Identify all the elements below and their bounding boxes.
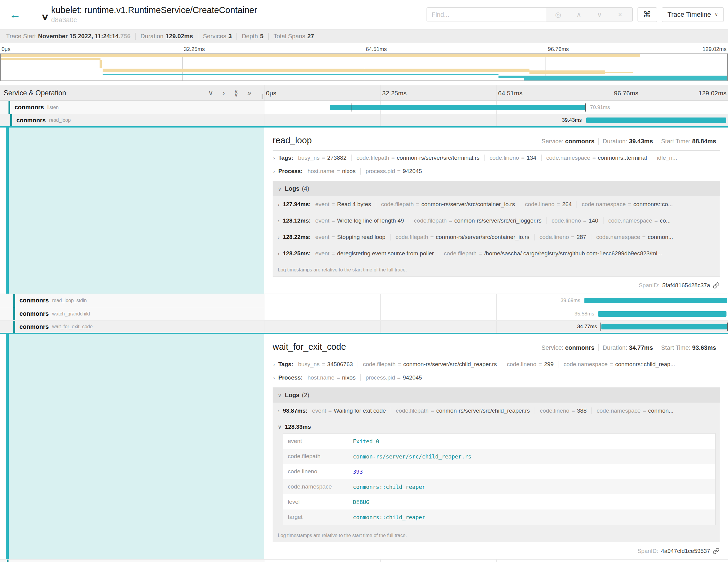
meta-depth: Depth5 [236,33,268,40]
tags-row[interactable]: › Tags: busy_ns=34506763code.filepath=co… [273,358,720,371]
minimap-tick: 0μs [2,46,10,53]
tags-label: Tags: [278,155,293,161]
service-operation-title: Service & Operation [0,89,66,97]
process-chips: host.name=nixosprocess.pid=942045 [308,168,427,175]
span-bar[interactable] [586,118,726,123]
gridline [380,114,381,126]
span-row-wait-for-exit-code[interactable]: conmonrs wait_for_exit_code 34.77ms [0,321,728,334]
find-next-icon[interactable]: ∨ [589,11,610,19]
span-timeline-cell: 39.69ms [264,294,728,307]
span-bar[interactable] [584,298,727,303]
kv-chip: code.namespace=conmon... [591,234,678,240]
collapse-all-icon[interactable]: ∨∨ [234,90,238,96]
timeline-header: Service & Operation ∨ › ∨∨ » 0μs 32.25ms… [0,85,728,101]
span-row-read-loop-stdin[interactable]: conmonrs read_loop_stdin 39.69ms [0,294,728,307]
log-timestamp: 93.87ms: [283,407,308,414]
logs-header[interactable]: ∨ Logs (4) [273,181,720,196]
minimap-tick: 64.51ms [366,46,387,53]
divider [273,357,720,357]
gridline [496,114,497,126]
logs-note: Log timestamps are relative to the start… [273,262,720,276]
trace-title: kubelet: runtime.v1.RuntimeService/Creat… [51,5,257,15]
chevron-right-icon: › [278,202,280,208]
find-target-icon[interactable]: ◎ [548,11,569,19]
logs-header[interactable]: ∨ Logs (2) [273,388,720,403]
chevron-right-icon: › [273,362,275,368]
log-field-row: code.namespaceconmonrs::child_reaper [283,479,716,494]
minimap-canvas[interactable] [0,53,728,81]
tags-row[interactable]: › Tags: busy_ns=273882code.filepath=conm… [273,151,720,165]
trace-timeline-page: ← ∨ kubelet: runtime.v1.RuntimeService/C… [0,0,728,562]
minimap-span-bar [1,58,100,60]
kv-chip: event=Stopping read loop [315,234,390,240]
ruler-tick: 96.76ms [614,90,638,97]
span-timeline-cell: 303μs [264,560,728,562]
kv-chip: process.pid=942045 [360,374,427,381]
spanid-value: 5faf48165428c37a [662,282,710,289]
tags-chips: busy_ns=273882code.filepath=conmon-rs/se… [298,155,682,161]
gridline [496,307,497,320]
log-entry[interactable]: › 128.22ms: event=Stopping read loopcode… [273,229,720,245]
span-bar[interactable] [598,311,726,317]
span-marker [600,323,601,331]
detail-indent-fill [6,334,264,559]
gridline [496,294,497,307]
log-timestamp: 128.33ms [285,424,311,430]
span-service: conmonrs [19,310,49,317]
logs-count: (4) [302,185,309,192]
minimap-gridline [364,54,364,80]
expand-all-icon[interactable]: » [247,89,251,97]
span-bar[interactable] [330,105,585,110]
collapse-one-icon[interactable]: ∨ [208,89,213,97]
gridline [380,560,381,562]
meta-trace-start: Trace StartNovember 15 2022, 11:24:14.75… [1,33,135,40]
link-icon[interactable] [713,548,719,554]
keyboard-shortcuts-button[interactable]: ⌘ [638,7,657,22]
process-row[interactable]: › Process: host.name=nixosprocess.pid=94… [273,165,720,178]
column-resize-handle[interactable] [261,94,263,99]
log-entry[interactable]: › 127.94ms: event=Read 4 bytescode.filep… [273,196,720,213]
view-selector-button[interactable]: Trace Timeline ∨ [662,7,724,22]
minimap-gridline [182,54,183,80]
divider [273,150,720,151]
logs-label: Logs [285,185,299,192]
log-entry[interactable]: › 128.25ms: event=deregistering event so… [273,245,720,262]
log-field-row: code.filepathconmon-rs/server/src/child_… [283,449,716,464]
kv-chip: code.filepath=conmon-rs/server/src/conta… [390,234,534,240]
kv-chip: code.filepath=conmon-rs/server/src/cri_l… [409,217,546,224]
span-row-read-loop[interactable]: conmonrs read_loop 39.43ms [0,114,728,128]
gridline [612,560,612,562]
kv-chip: code.namespace=co... [603,217,676,224]
process-row[interactable]: › Process: host.name=nixosprocess.pid=94… [273,371,720,384]
find-prev-icon[interactable]: ∧ [569,11,589,19]
trace-collapse-toggle-icon[interactable]: ∨ [41,12,49,22]
chevron-right-icon: › [278,408,280,414]
trace-titles: kubelet: runtime.v1.RuntimeService/Creat… [51,5,257,24]
span-operation: read_loop_stdin [52,298,87,303]
expand-one-icon[interactable]: › [223,89,225,97]
minimap-span-bar [524,77,727,80]
find-input[interactable] [427,8,546,22]
span-row-watch-grandchild[interactable]: conmonrs watch_grandchild 35.58ms [0,307,728,321]
log-entry[interactable]: › 93.87ms: event=Waiting for exit codeco… [273,403,720,419]
link-icon[interactable] [713,282,719,289]
find-clear-icon[interactable]: × [610,11,631,19]
detail-header: wait_for_exit_code Service: conmonrs Dur… [273,339,720,354]
minimap-span-bar [529,70,605,74]
kv-chip: code.filepath=conmon-rs/server/src/child… [358,361,502,368]
find-icon-group: ◎ ∧ ∨ × [546,8,632,22]
trace-minimap: 0μs 32.25ms 64.51ms 96.76ms 129.02ms [0,43,728,81]
log-fields: event=Stopping read loopcode.filepath=co… [315,234,678,240]
span-row-write-exit-path[interactable]: conmonrs write_exit_path 303μs [0,560,728,562]
span-row-listen[interactable]: conmonrs listen 70.91ms [0,101,728,114]
page-header: ← ∨ kubelet: runtime.v1.RuntimeService/C… [0,0,728,29]
ruler-tick: 64.51ms [498,90,523,97]
ruler-tick: 32.25ms [382,90,407,97]
log-entry-expanded[interactable]: ∨ 128.33ms [273,419,720,432]
back-button[interactable]: ← [0,0,30,29]
log-entry[interactable]: › 128.12ms: event=Wrote log line of leng… [273,213,720,229]
view-selector-label: Trace Timeline [668,11,711,19]
minimap-tick: 32.25ms [184,46,205,53]
kv-chip: code.filepath=conmon-rs/server/src/child… [391,407,535,414]
span-bar[interactable] [601,324,727,329]
